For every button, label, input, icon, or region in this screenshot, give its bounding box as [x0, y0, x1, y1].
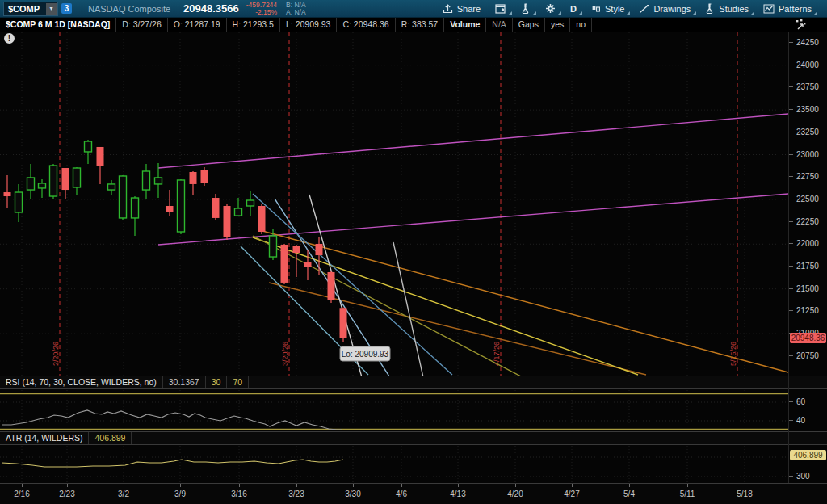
candle-down — [293, 246, 300, 253]
candle-down — [224, 206, 231, 237]
candle-down — [258, 206, 266, 232]
candle-down — [166, 206, 174, 212]
x-axis-label: 3/16 — [221, 489, 257, 498]
x-axis-label: 4/13 — [440, 489, 476, 498]
x-axis-label: 3/9 — [162, 489, 198, 498]
analysis-tools-button[interactable] — [514, 0, 538, 17]
candle-up — [120, 176, 127, 218]
change-percent: -2.15% — [246, 9, 277, 16]
event-date-label: 3/20/26 — [281, 342, 289, 366]
candle-up — [108, 184, 115, 190]
atr-study-header: ATR (14, WILDERS) 406.899 — [0, 431, 827, 445]
chart-settings-button[interactable] — [538, 0, 563, 17]
timeframe-button[interactable]: D — [563, 0, 584, 17]
timeframe-label: D — [570, 4, 577, 14]
gaps-no-toggle[interactable]: no — [570, 18, 592, 32]
patterns-button[interactable]: Patterns — [756, 0, 819, 17]
x-axis-tick — [401, 484, 402, 487]
studies-button[interactable]: Studies — [698, 0, 756, 17]
y-axis-label: 24250 — [796, 38, 819, 47]
svg-text:Lo: 20909.93: Lo: 20909.93 — [342, 350, 389, 359]
y-axis-label: 23250 — [796, 128, 819, 136]
rsi-pane-canvas[interactable] — [0, 390, 827, 431]
y-axis-label: 22250 — [796, 217, 819, 226]
x-axis-tick — [458, 484, 459, 487]
last-price-badge: 20948.36 — [790, 333, 826, 343]
candle-down — [281, 245, 288, 283]
candle-up — [235, 208, 242, 216]
candle-down — [190, 172, 197, 184]
header-date: D: 3/27/26 — [116, 18, 167, 32]
x-axis-label: 5/18 — [727, 489, 762, 498]
toolbar-buttons: Share D — [435, 0, 819, 17]
symbol-input[interactable]: $COMP ▾ — [3, 2, 58, 16]
link-group-badge[interactable]: 3 — [61, 3, 72, 14]
x-axis-label: 3/2 — [106, 489, 141, 498]
x-axis-tick — [629, 484, 630, 487]
candle-down — [328, 272, 335, 300]
symbol-dropdown-arrow-icon[interactable]: ▾ — [46, 3, 57, 15]
flask-icon — [521, 3, 531, 14]
atr-label[interactable]: ATR (14, WILDERS) — [0, 432, 89, 444]
candle-down — [316, 244, 323, 255]
chart-grabber-icon[interactable] — [795, 19, 808, 32]
x-axis-tick — [296, 484, 297, 487]
x-axis-tick — [180, 484, 181, 487]
y-axis-label: 23500 — [796, 105, 819, 114]
x-axis-label: 3/30 — [335, 489, 371, 498]
style-button[interactable]: Style — [584, 0, 632, 17]
x-axis-label: 4/6 — [384, 489, 419, 498]
share-button[interactable]: Share — [435, 0, 488, 17]
x-axis-tick — [22, 484, 23, 487]
y-axis-label: 21250 — [796, 306, 819, 315]
drawings-button[interactable]: Drawings — [632, 0, 698, 17]
bid-ask: B: N/A A: N/A — [286, 2, 306, 16]
header-low: L: 20909.93 — [280, 18, 337, 32]
x-axis-tick — [515, 484, 516, 487]
y-axis-label: 21500 — [796, 284, 819, 293]
gear-icon — [545, 3, 556, 14]
symbol-description: NASDAQ Composite — [88, 4, 170, 14]
candle-down — [340, 308, 347, 338]
rsi-line — [2, 410, 342, 430]
ask-value: A: N/A — [286, 9, 306, 16]
x-axis-tick — [239, 484, 240, 487]
candle-down — [4, 192, 11, 196]
chart-header: $COMP 6 M 1D [NASDAQ] D: 3/27/26 O: 2128… — [0, 18, 827, 32]
candle-up — [27, 178, 35, 190]
x-axis-tick — [687, 484, 688, 487]
candle-up — [132, 198, 139, 218]
header-close: C: 20948.36 — [337, 18, 395, 32]
x-axis-label: 3/23 — [279, 489, 314, 498]
calendar-events-button[interactable] — [488, 0, 514, 17]
rsi-value: 30.1367 — [163, 376, 206, 388]
x-axis-label: 4/27 — [554, 489, 590, 498]
main-price-chart-canvas[interactable]: 2/20/263/20/264/17/265/15/26Lo: 20909.93 — [0, 32, 827, 376]
event-date-label: 2/20/26 — [52, 342, 60, 366]
drawings-label: Drawings — [653, 4, 691, 14]
rsi-oversold-level: 30 — [206, 376, 228, 388]
patterns-icon — [763, 4, 775, 14]
info-icon[interactable]: ! — [4, 33, 15, 44]
y-axis-label: 22000 — [796, 239, 819, 248]
last-price: 20948.3566 — [183, 2, 239, 15]
rsi-label[interactable]: RSI (14, 70, 30, CLOSE, WILDERS, no) — [0, 376, 163, 388]
style-label: Style — [605, 4, 624, 14]
atr-pane-canvas[interactable] — [0, 446, 827, 483]
x-axis-tick — [67, 484, 68, 487]
rsi-axis-label: 60 — [796, 397, 805, 406]
candle-down — [201, 170, 208, 183]
candle-up — [143, 171, 150, 190]
rsi-study-header: RSI (14, 70, 30, CLOSE, WILDERS, no) 30.… — [0, 376, 827, 389]
header-high: H: 21293.5 — [227, 18, 280, 32]
trendline — [158, 114, 788, 168]
volume-label: Volume — [444, 18, 486, 32]
price-axis[interactable]: 2425024000237502350023250230002275022500… — [788, 32, 827, 483]
atr-line — [2, 460, 343, 467]
event-date-label: 5/15/26 — [729, 342, 737, 366]
gaps-yes-toggle[interactable]: yes — [545, 18, 570, 32]
candle-up — [73, 168, 81, 187]
time-axis[interactable]: 2/162/233/23/93/163/233/304/64/134/204/2… — [0, 483, 827, 504]
chart-title: $COMP 6 M 1D [NASDAQ] — [0, 18, 116, 32]
symbol-value[interactable]: $COMP — [4, 4, 46, 14]
